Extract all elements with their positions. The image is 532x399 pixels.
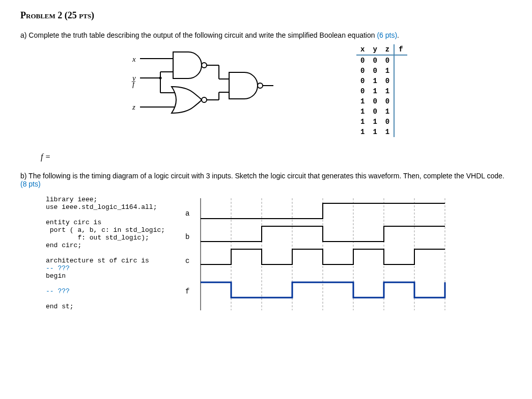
svg-point-0 bbox=[202, 63, 207, 68]
svg-point-1 bbox=[202, 97, 207, 102]
tt-cell: 1 bbox=[381, 107, 394, 117]
input-z-label: z bbox=[132, 103, 135, 112]
tt-cell bbox=[394, 127, 407, 137]
tt-cell bbox=[394, 117, 407, 127]
tt-cell bbox=[394, 107, 407, 117]
part-b-pts: (8 pts) bbox=[20, 180, 41, 188]
tt-cell: 0 bbox=[369, 55, 381, 66]
problem-title: Problem 2 (25 pts) bbox=[20, 10, 512, 21]
truth-table: x y z f 000001010011100101110111 bbox=[356, 44, 407, 137]
signal-c-label: c bbox=[185, 257, 189, 265]
tt-cell: 1 bbox=[381, 66, 394, 76]
vhdl-code: library ieee; use ieee.std_logic_1164.al… bbox=[46, 196, 165, 310]
tt-cell: 1 bbox=[369, 86, 381, 96]
tt-cell bbox=[394, 76, 407, 86]
tt-cell: 1 bbox=[381, 86, 394, 96]
svg-point-2 bbox=[258, 83, 263, 88]
timing-diagram: a b c f bbox=[185, 198, 450, 310]
th-y: y bbox=[369, 44, 381, 55]
tt-cell: 1 bbox=[356, 96, 369, 107]
part-b-label: b) bbox=[20, 172, 26, 180]
tt-cell bbox=[394, 55, 407, 66]
tt-cell: 0 bbox=[381, 76, 394, 86]
part-a: a) Complete the truth table describing t… bbox=[20, 31, 512, 162]
tt-cell: 1 bbox=[356, 117, 369, 127]
tt-cell: 0 bbox=[381, 117, 394, 127]
tt-cell: 1 bbox=[356, 127, 369, 137]
output-f-label: f bbox=[132, 80, 134, 89]
part-a-text: Complete the truth table describing the … bbox=[29, 31, 377, 39]
tt-cell: 0 bbox=[356, 86, 369, 96]
th-z: z bbox=[381, 44, 394, 55]
tt-cell: 0 bbox=[369, 107, 381, 117]
th-x: x bbox=[356, 44, 369, 55]
svg-point-8 bbox=[159, 77, 162, 79]
circuit-diagram: x y z f bbox=[132, 49, 305, 136]
part-b: b) The following is the timing diagram o… bbox=[20, 172, 512, 310]
tt-cell: 1 bbox=[369, 127, 381, 137]
signal-f-label: f bbox=[185, 287, 189, 296]
tt-cell bbox=[394, 96, 407, 107]
tt-cell bbox=[394, 66, 407, 76]
tt-cell bbox=[394, 86, 407, 96]
tt-cell: 0 bbox=[356, 76, 369, 86]
tt-cell: 1 bbox=[381, 127, 394, 137]
input-x-label: x bbox=[132, 55, 136, 64]
part-a-period: . bbox=[397, 31, 399, 39]
tt-cell: 1 bbox=[356, 107, 369, 117]
tt-cell: 1 bbox=[369, 76, 381, 86]
tt-cell: 0 bbox=[369, 66, 381, 76]
signal-a-label: a bbox=[185, 209, 189, 218]
part-b-text: The following is the timing diagram of a… bbox=[29, 172, 505, 180]
tt-cell: 0 bbox=[356, 66, 369, 76]
tt-cell: 0 bbox=[381, 96, 394, 107]
tt-cell: 0 bbox=[356, 55, 369, 66]
part-a-label: a) bbox=[20, 31, 26, 39]
th-f: f bbox=[394, 44, 407, 55]
boolean-equation: f = bbox=[41, 152, 512, 162]
tt-cell: 0 bbox=[369, 96, 381, 107]
tt-cell: 1 bbox=[369, 117, 381, 127]
part-a-pts: (6 pts) bbox=[377, 31, 397, 39]
signal-b-label: b bbox=[185, 233, 189, 241]
tt-cell: 0 bbox=[381, 55, 394, 66]
